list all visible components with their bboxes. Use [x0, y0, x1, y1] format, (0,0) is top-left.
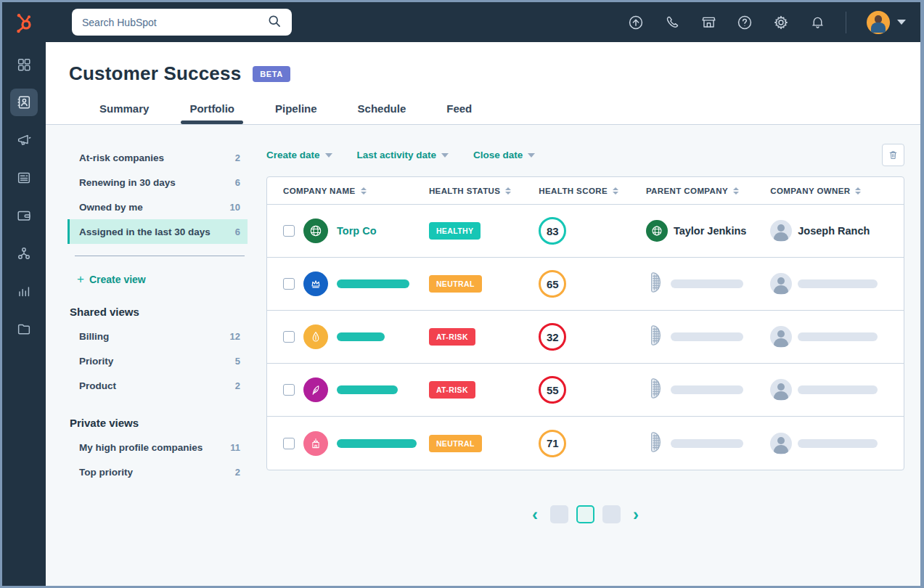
nav-marketing-icon[interactable] [10, 126, 38, 154]
trash-icon [888, 150, 899, 160]
column-health-score[interactable]: HEALTH SCORE [539, 187, 646, 195]
column-company-name[interactable]: COMPANY NAME [283, 187, 367, 195]
plus-icon: + [77, 272, 84, 287]
row-checkbox[interactable] [283, 225, 295, 237]
company-name-redacted [337, 279, 409, 288]
building-icon [646, 271, 665, 296]
company-logo-droplet-icon [303, 324, 328, 349]
tab-summary[interactable]: Summary [88, 102, 160, 124]
row-checkbox[interactable] [283, 331, 295, 343]
search-icon[interactable] [267, 14, 282, 31]
owner-name: Joseph Ranch [798, 225, 870, 237]
row-checkbox[interactable] [283, 278, 295, 290]
global-search[interactable] [72, 9, 292, 36]
filter-last-activity-date[interactable]: Last activity date [357, 150, 449, 160]
view-priority[interactable]: Priority 5 [68, 348, 248, 373]
column-parent-company[interactable]: PARENT COMPANY [646, 187, 739, 195]
row-checkbox[interactable] [283, 384, 295, 396]
calling-icon[interactable] [664, 15, 680, 30]
nav-workspace-grid-icon[interactable] [10, 51, 38, 78]
page-tabs: Summary Portfolio Pipeline Schedule Feed [69, 102, 920, 124]
view-product[interactable]: Product 2 [68, 373, 248, 398]
marketplace-icon[interactable] [700, 15, 716, 30]
upgrade-icon[interactable] [628, 15, 644, 30]
top-navigation-bar [2, 2, 920, 42]
parent-company-logo-globe-icon [646, 220, 668, 242]
help-icon[interactable] [737, 15, 753, 30]
view-top-priority[interactable]: Top priority 2 [68, 460, 248, 484]
table-row: Torp Co HEALTHY 83 Taylor Jenkins [267, 205, 904, 258]
company-name-link[interactable]: Torp Co [337, 225, 377, 237]
health-status-badge: NEUTRAL [429, 275, 482, 293]
view-my-high-profile-companies[interactable]: My high profile companies 11 [68, 435, 248, 460]
health-score-ring: 71 [539, 430, 566, 457]
nav-crm-contacts-icon[interactable] [10, 89, 38, 116]
company-logo-quill-icon [303, 377, 328, 402]
nav-commerce-icon[interactable] [10, 202, 38, 229]
health-status-badge: NEUTRAL [429, 435, 482, 452]
parent-company-redacted [671, 439, 743, 448]
left-nav-rail [2, 42, 46, 586]
column-company-owner[interactable]: COMPANY OWNER [770, 187, 861, 195]
sort-icon [361, 187, 367, 195]
health-score-ring: 65 [539, 270, 566, 298]
parent-company-name: Taylor Jenkins [674, 225, 746, 237]
company-logo-castle-icon [303, 431, 328, 456]
search-input[interactable] [82, 17, 267, 28]
page-button-1[interactable] [550, 505, 568, 523]
parent-company-redacted [671, 279, 743, 288]
hubspot-logo[interactable] [2, 12, 46, 33]
owner-avatar [770, 326, 792, 348]
row-checkbox[interactable] [283, 438, 295, 449]
owner-avatar [770, 273, 792, 295]
nav-content-icon[interactable] [10, 164, 38, 192]
owner-redacted [798, 279, 878, 288]
filter-bar: Create date Last activity date Close dat… [266, 144, 904, 166]
view-count: 2 [235, 152, 240, 163]
tab-pipeline[interactable]: Pipeline [263, 102, 329, 124]
table-row: AT-RISK 32 [267, 311, 904, 364]
user-avatar[interactable] [867, 11, 890, 34]
column-health-status[interactable]: HEALTH STATUS [429, 187, 537, 195]
shared-views-heading: Shared views [70, 306, 248, 318]
create-view-button[interactable]: + Create view [77, 272, 248, 287]
page-header: Customer Success BETA Summary Portfolio … [46, 42, 920, 125]
tab-feed[interactable]: Feed [435, 102, 483, 124]
view-count: 6 [235, 177, 240, 188]
nav-automation-icon[interactable] [10, 240, 38, 267]
beta-badge: BETA [253, 66, 290, 82]
previous-page-icon[interactable]: ‹ [528, 507, 542, 523]
view-owned-by-me[interactable]: Owned by me 10 [68, 195, 248, 219]
view-billing[interactable]: Billing 12 [68, 324, 248, 348]
delete-button[interactable] [882, 144, 904, 166]
view-renewing-30-days[interactable]: Renewing in 30 days 6 [68, 170, 248, 195]
health-score-ring: 55 [539, 376, 566, 404]
nav-reporting-icon[interactable] [10, 277, 38, 305]
page-button-2-current[interactable] [576, 505, 594, 523]
sort-icon [733, 187, 739, 195]
view-assigned-last-30-days[interactable]: Assigned in the last 30 days 6 [68, 219, 248, 244]
notifications-icon[interactable] [809, 15, 825, 30]
owner-redacted [798, 332, 878, 341]
tab-schedule[interactable]: Schedule [346, 102, 418, 124]
chevron-down-icon [528, 153, 535, 158]
settings-icon[interactable] [773, 15, 789, 30]
sort-icon [613, 187, 618, 195]
page-button-3[interactable] [602, 505, 621, 523]
view-count: 2 [235, 467, 240, 478]
tab-portfolio[interactable]: Portfolio [178, 102, 246, 124]
filter-create-date[interactable]: Create date [266, 150, 332, 160]
nav-library-icon[interactable] [10, 315, 38, 343]
account-caret-icon[interactable] [897, 20, 906, 25]
pagination: ‹ › [266, 505, 904, 523]
view-at-risk-companies[interactable]: At-risk companies 2 [68, 145, 248, 170]
topbar-divider [846, 12, 846, 33]
owner-avatar [770, 433, 792, 454]
owner-redacted [798, 439, 878, 448]
filter-close-date[interactable]: Close date [473, 150, 535, 160]
next-page-icon[interactable]: › [629, 507, 643, 523]
account-menu[interactable] [867, 11, 906, 34]
chevron-down-icon [325, 153, 332, 158]
health-score-ring: 83 [539, 217, 566, 245]
sort-icon [855, 187, 861, 195]
